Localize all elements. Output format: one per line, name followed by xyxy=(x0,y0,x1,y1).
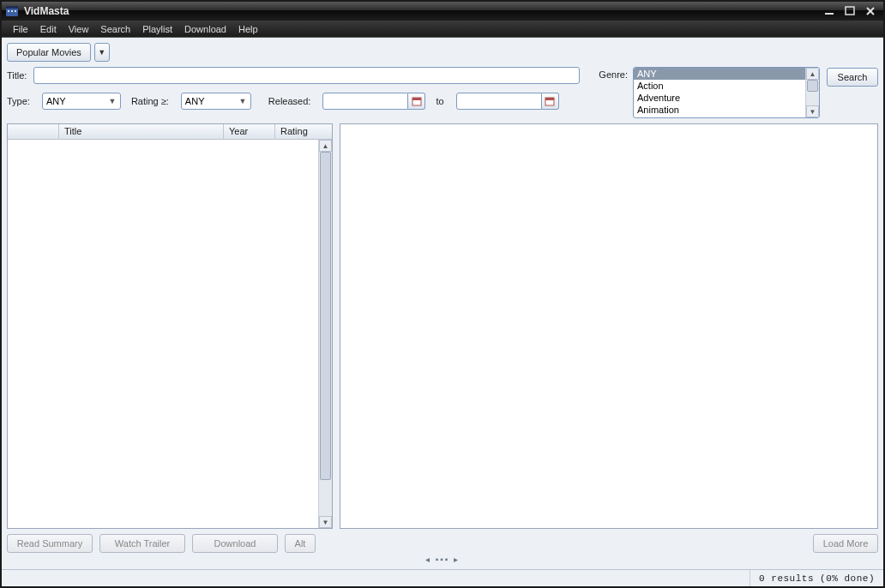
popular-movies-dropdown[interactable]: ▼ xyxy=(94,43,110,62)
download-button[interactable]: Download xyxy=(192,534,278,553)
svg-rect-1 xyxy=(6,6,18,9)
scroll-up-button[interactable]: ▲ xyxy=(806,68,819,80)
table-scrollbar[interactable]: ▲ ▼ xyxy=(318,140,332,528)
menu-help[interactable]: Help xyxy=(232,22,264,36)
scroll-up-button[interactable]: ▲ xyxy=(319,140,332,152)
app-title: VidMasta xyxy=(24,5,69,17)
svg-rect-12 xyxy=(545,98,554,100)
grip-icon: ◂ ▪▪▪ ▸ xyxy=(425,555,460,564)
genre-label: Genre: xyxy=(599,67,629,80)
table-header-row: Title Year Rating xyxy=(8,124,332,140)
type-label: Type: xyxy=(7,96,32,106)
scrollbar-track[interactable] xyxy=(806,80,819,105)
menu-download[interactable]: Download xyxy=(178,22,232,36)
released-from-input[interactable] xyxy=(322,93,408,110)
column-header-rating[interactable]: Rating xyxy=(275,124,332,139)
scrollbar-track[interactable] xyxy=(319,152,332,516)
svg-rect-3 xyxy=(11,10,13,12)
maximize-button[interactable] xyxy=(840,4,859,18)
read-summary-button[interactable]: Read Summary xyxy=(7,534,93,553)
menu-search[interactable]: Search xyxy=(94,22,136,36)
menu-view[interactable]: View xyxy=(63,22,95,36)
scroll-down-button[interactable]: ▼ xyxy=(806,105,819,117)
genre-option-any[interactable]: ANY xyxy=(634,68,805,80)
menu-file[interactable]: File xyxy=(7,22,34,36)
statusbar-left xyxy=(2,570,750,586)
menubar: File Edit View Search Playlist Download … xyxy=(2,21,883,38)
genre-option-action[interactable]: Action xyxy=(634,80,805,92)
status-text: 0 results (0% done) xyxy=(750,573,883,584)
genre-scrollbar[interactable]: ▲ ▼ xyxy=(805,68,819,117)
scrollbar-thumb[interactable] xyxy=(807,80,818,92)
title-label: Title: xyxy=(7,70,28,81)
scrollbar-thumb[interactable] xyxy=(320,152,331,480)
titlebar[interactable]: VidMasta xyxy=(2,2,883,21)
menu-playlist[interactable]: Playlist xyxy=(136,22,178,36)
released-to-input[interactable] xyxy=(456,93,542,110)
genre-option-animation[interactable]: Animation xyxy=(634,104,805,116)
split-handle[interactable]: ◂ ▪▪▪ ▸ xyxy=(7,555,878,564)
calendar-icon xyxy=(545,96,555,106)
popular-movies-button[interactable]: Popular Movies xyxy=(7,43,91,62)
menu-edit[interactable]: Edit xyxy=(34,22,63,36)
type-value: ANY xyxy=(46,96,66,106)
chevron-down-icon: ▼ xyxy=(106,97,118,105)
released-to-calendar-button[interactable] xyxy=(542,93,559,110)
minimize-button[interactable] xyxy=(820,4,839,18)
svg-rect-4 xyxy=(15,10,16,12)
svg-rect-6 xyxy=(846,7,854,15)
calendar-icon xyxy=(412,96,422,106)
genre-option-adventure[interactable]: Adventure xyxy=(634,92,805,104)
released-from-calendar-button[interactable] xyxy=(408,93,425,110)
load-more-button[interactable]: Load More xyxy=(813,534,878,553)
results-table: Title Year Rating ▲ ▼ xyxy=(7,123,333,529)
column-header-title[interactable]: Title xyxy=(59,124,224,139)
type-select[interactable]: ANY ▼ xyxy=(42,93,121,110)
rating-select[interactable]: ANY ▼ xyxy=(181,93,251,110)
close-button[interactable] xyxy=(861,4,880,18)
svg-rect-5 xyxy=(825,13,834,15)
svg-rect-10 xyxy=(412,98,421,100)
scroll-down-button[interactable]: ▼ xyxy=(319,516,332,528)
title-input[interactable] xyxy=(33,67,580,84)
detail-panel xyxy=(340,123,878,529)
search-button[interactable]: Search xyxy=(827,68,878,87)
chevron-down-icon: ▼ xyxy=(98,48,105,57)
column-header-icon[interactable] xyxy=(8,124,59,139)
content-area: Popular Movies ▼ Title: Type: ANY ▼ Rati… xyxy=(2,38,883,569)
svg-rect-2 xyxy=(8,10,9,12)
chevron-down-icon: ▼ xyxy=(237,97,249,105)
alt-button[interactable]: Alt xyxy=(285,534,316,553)
genre-listbox[interactable]: ANY Action Adventure Animation ▲ ▼ xyxy=(633,67,820,118)
column-header-year[interactable]: Year xyxy=(224,124,275,139)
rating-value: ANY xyxy=(185,96,205,106)
to-label: to xyxy=(436,96,445,106)
watch-trailer-button[interactable]: Watch Trailer xyxy=(99,534,185,553)
table-body xyxy=(8,140,318,528)
released-label: Released: xyxy=(268,96,313,106)
statusbar: 0 results (0% done) xyxy=(2,569,883,586)
app-icon xyxy=(5,4,19,18)
rating-label: Rating ≥: xyxy=(131,96,171,106)
app-window: VidMasta File Edit View Search Playlist … xyxy=(0,0,885,588)
